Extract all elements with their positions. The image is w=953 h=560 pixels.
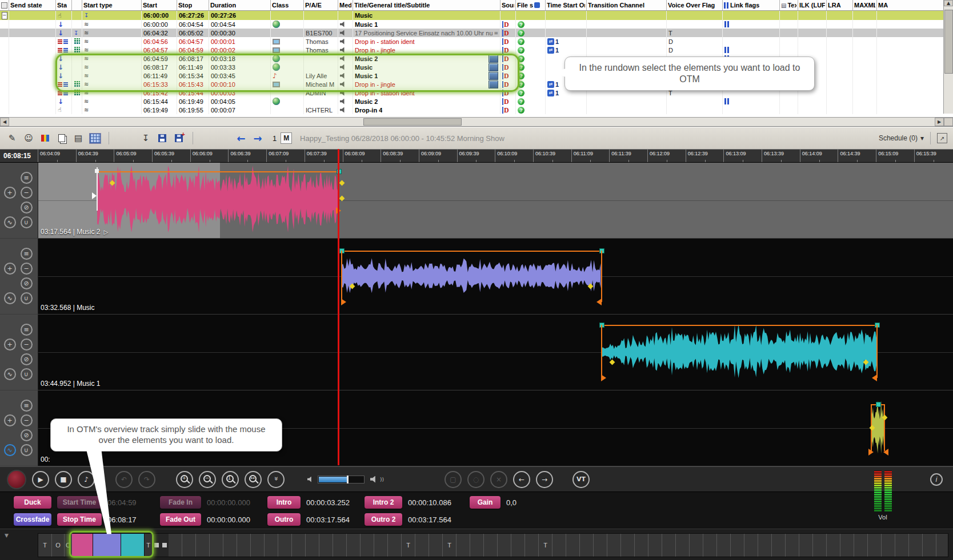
- envelope-ramp[interactable]: [884, 404, 885, 451]
- overview-cell[interactable]: [607, 534, 621, 557]
- track-trash-button[interactable]: ⊘: [21, 353, 33, 365]
- overview-cell[interactable]: [251, 534, 265, 557]
- zoom-fit-button[interactable]: ↔: [245, 471, 262, 488]
- overview-cell[interactable]: [690, 534, 703, 557]
- track-fade-button[interactable]: ∿: [4, 368, 16, 380]
- track-fade-button[interactable]: ∿: [4, 216, 16, 228]
- overview-cell[interactable]: [786, 534, 799, 557]
- overview-cell[interactable]: [306, 534, 319, 557]
- overview-cell[interactable]: [936, 534, 948, 557]
- track-menu-button[interactable]: ≡: [21, 400, 33, 412]
- next-button[interactable]: →: [536, 471, 553, 488]
- zoom-in-button[interactable]: +: [176, 471, 193, 488]
- overview-cell[interactable]: [703, 534, 717, 557]
- paste-icon[interactable]: ▤: [72, 132, 85, 144]
- load-icon[interactable]: ↧: [139, 132, 152, 144]
- overview-cell[interactable]: [457, 534, 470, 557]
- overview-cell[interactable]: [580, 534, 594, 557]
- column-header-file_s[interactable]: File s: [516, 0, 546, 10]
- clip-edge-handle[interactable]: [872, 374, 877, 381]
- overview-cell[interactable]: [237, 534, 251, 557]
- column-header-cls[interactable]: Class: [271, 0, 304, 10]
- column-header-source[interactable]: Sour: [500, 0, 516, 10]
- envelope-line[interactable]: [342, 251, 602, 252]
- overview-cell[interactable]: [552, 534, 566, 557]
- track-lane[interactable]: 03:44.952 | Music 1: [38, 315, 953, 390]
- overview-cell[interactable]: [525, 534, 539, 557]
- param-button-crossfade[interactable]: Crossfade: [14, 513, 51, 526]
- track-trash-button[interactable]: ⊘: [21, 277, 33, 289]
- overview-cell[interactable]: [923, 534, 936, 557]
- color-flags-icon[interactable]: [39, 132, 51, 144]
- scroll-left-icon[interactable]: ◀: [0, 118, 9, 126]
- overview-cell[interactable]: [319, 534, 333, 557]
- overview-clip-block[interactable]: [72, 534, 93, 557]
- track-loop-button[interactable]: ∪: [21, 368, 33, 380]
- scrollbar-thumb[interactable]: [944, 10, 953, 74]
- overview-cell[interactable]: T: [145, 534, 153, 557]
- overview-cell[interactable]: [498, 534, 511, 557]
- overview-cell[interactable]: [388, 534, 402, 557]
- column-header-ilk[interactable]: ILK (LUF: [798, 0, 827, 10]
- zoom-out-button[interactable]: −: [199, 471, 216, 488]
- overview-cell[interactable]: [676, 534, 690, 557]
- column-header-stop[interactable]: Stop: [177, 0, 209, 10]
- track-minus-button[interactable]: −: [21, 414, 33, 426]
- overview-cell[interactable]: [594, 534, 607, 557]
- envelope-ramp[interactable]: [876, 325, 878, 377]
- column-header-sta[interactable]: Sta: [56, 0, 72, 10]
- column-header-maxml[interactable]: MAXML: [853, 0, 877, 10]
- scrollbar-track[interactable]: [9, 118, 935, 126]
- column-header-time_start_on[interactable]: Time Start On: [546, 0, 587, 10]
- track-minus-button[interactable]: −: [21, 339, 33, 350]
- scroll-right-icon[interactable]: ▶: [935, 118, 944, 126]
- overview-cell[interactable]: T: [38, 534, 52, 557]
- rundown-row[interactable]: ↓≋06:00:0006:04:5400:04:54Music 1D?: [0, 20, 944, 29]
- column-header-text[interactable]: ▤Text: [780, 0, 798, 10]
- overview-cell[interactable]: [813, 534, 827, 557]
- rundown-row[interactable]: ≋06:04:5706:04:5900:00:02ThomasDrop in -…: [0, 46, 944, 54]
- overview-cell[interactable]: [511, 534, 525, 557]
- envelope-ramp[interactable]: [341, 251, 342, 302]
- overview-cell[interactable]: [265, 534, 278, 557]
- overview-cell[interactable]: [374, 534, 388, 557]
- vertical-scrollbar[interactable]: ▲: [943, 0, 953, 114]
- rundown-row[interactable]: ☝≋06:19:4906:19:5500:00:07ICHTERLDrop-in…: [0, 106, 944, 114]
- track-plus-button[interactable]: +: [4, 187, 16, 199]
- param-button-fade-out[interactable]: Fade Out: [160, 513, 201, 526]
- clip-edge-handle[interactable]: [336, 207, 341, 214]
- overview-cell[interactable]: [333, 534, 347, 557]
- track-loop-button[interactable]: ∪: [21, 292, 33, 304]
- play-button[interactable]: ▶: [32, 471, 49, 488]
- scroll-up-icon[interactable]: ▲: [944, 0, 953, 6]
- track-fade-button[interactable]: ∿: [4, 292, 16, 304]
- envelope-handle[interactable]: [337, 169, 342, 174]
- track-plus-button[interactable]: +: [4, 414, 16, 426]
- column-header-start_type[interactable]: Start type: [82, 0, 142, 10]
- clip-edge-handle[interactable]: [596, 299, 602, 305]
- clip-edge-handle[interactable]: [868, 449, 874, 456]
- previous-button[interactable]: ←: [513, 471, 530, 488]
- zoom-selection-button[interactable]: 1: [222, 471, 239, 488]
- param-button-outro-2[interactable]: Outro 2: [365, 513, 402, 526]
- track-minus-button[interactable]: −: [21, 187, 33, 199]
- scrollbar-thumb[interactable]: [363, 118, 462, 126]
- overview-cell[interactable]: [347, 534, 361, 557]
- param-button-outro[interactable]: Outro: [267, 513, 301, 526]
- overview-cell[interactable]: [182, 534, 196, 557]
- column-header-flag[interactable]: [72, 0, 82, 10]
- overview-cell[interactable]: [868, 534, 882, 557]
- overview-cell[interactable]: [169, 534, 182, 557]
- overview-cell[interactable]: [799, 534, 813, 557]
- horizontal-scrollbar[interactable]: ◀ ▶: [0, 117, 953, 126]
- cancel-button[interactable]: ×: [490, 471, 507, 488]
- back-icon[interactable]: ←: [235, 132, 247, 144]
- overview-cell[interactable]: O: [52, 534, 65, 557]
- overview-bar[interactable]: TOCTTTT: [38, 533, 948, 557]
- column-header-link_flags[interactable]: Link flags: [723, 0, 780, 10]
- process-button[interactable]: ◌: [467, 471, 484, 488]
- param-button-duck[interactable]: Duck: [14, 496, 51, 509]
- clip-edge-handle[interactable]: [341, 299, 346, 305]
- undo-button[interactable]: ↶: [115, 471, 133, 488]
- rundown-row[interactable]: ↓≋06:15:4406:19:4900:04:05Music 2D?: [0, 97, 944, 106]
